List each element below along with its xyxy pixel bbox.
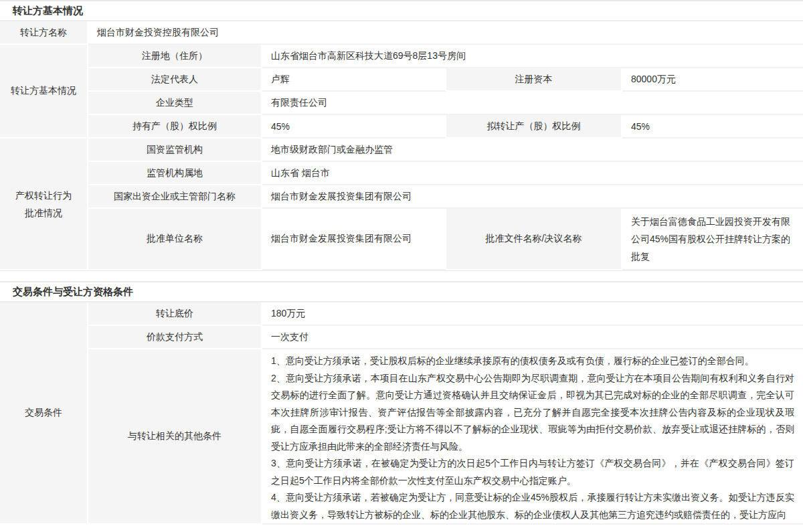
row-other-conditions: 与转让相关的其他条件 1、意向受让方须承诺，受让股权后标的企业继续承接原有的债权… <box>0 349 803 525</box>
regulator-location-value: 山东省 烟台市 <box>262 162 803 185</box>
row-equity-ratios: 持有产（股）权比例 45% 拟转让产（股）权比例 45% <box>0 115 803 139</box>
row-transferor-name: 转让方名称 烟台市财金投资控股有限公司 <box>0 21 803 45</box>
section1-header-row: 转让方基本情况 <box>0 1 803 21</box>
row-sasac-regulator: 产权转让行为 批准情况 国资监管机构 地市级财政部门或金融办监管 <box>0 139 803 162</box>
condition-item-3: 3、意向受让方须承诺，在被确定为受让方的次日起5个工作日内与转让方签订《产权交易… <box>271 455 794 489</box>
transferor-info-table: 转让方基本情况 转让方名称 烟台市财金投资控股有限公司 转让方基本情况 注册地（… <box>0 0 803 271</box>
registered-address-label: 注册地（住所） <box>88 45 262 68</box>
trade-group-label: 交易条件 <box>0 302 88 525</box>
trade-conditions-table: 交易条件与受让方资格条件 交易条件 转让底价 180万元 价款支付方式 一次支付… <box>0 281 803 525</box>
condition-item-1: 1、意向受让方须承诺，受让股权后标的企业继续承接原有的债权债务及或有负债，履行标… <box>271 353 794 370</box>
legal-representative-label: 法定代表人 <box>88 68 262 92</box>
sasac-regulator-label: 国资监管机构 <box>88 139 262 162</box>
floor-price-label: 转让底价 <box>88 302 262 326</box>
basic-group-label: 转让方基本情况 <box>0 45 88 139</box>
floor-price-value: 180万元 <box>262 302 803 326</box>
section1-title: 转让方基本情况 <box>0 1 803 21</box>
sasac-regulator-value: 地市级财政部门或金融办监管 <box>262 139 803 162</box>
proposed-transfer-ratio-label: 拟转让产（股）权比例 <box>446 115 622 139</box>
legal-representative-value: 卢辉 <box>262 68 446 92</box>
condition-item-2: 2、意向受让方须承诺，本项目在山东产权交易中心公告期即为尽职调查期，意向受让方在… <box>271 370 794 456</box>
registered-capital-label: 注册资本 <box>446 68 622 92</box>
row-registered-address: 转让方基本情况 注册地（住所） 山东省烟台市高新区科技大道69号8层13号房间 <box>0 45 803 68</box>
row-approval-unit: 批准单位名称 烟台市财金发展投资集团有限公司 批准文件名称/决议名称 关于烟台富… <box>0 209 803 270</box>
enterprise-type-value: 有限责任公司 <box>262 92 803 115</box>
row-state-funded-enterprise: 国家出资企业或主管部门名称 烟台市财金发展投资集团有限公司 <box>0 185 803 209</box>
held-equity-ratio-value: 45% <box>262 115 446 139</box>
held-equity-ratio-label: 持有产（股）权比例 <box>88 115 262 139</box>
row-regulator-location: 监管机构属地 山东省 烟台市 <box>0 162 803 185</box>
other-conditions-label: 与转让相关的其他条件 <box>88 349 262 525</box>
approval-document-label: 批准文件名称/决议名称 <box>446 209 622 270</box>
approval-unit-label: 批准单位名称 <box>88 209 262 270</box>
regulator-location-label: 监管机构属地 <box>88 162 262 185</box>
approval-group-label: 产权转让行为 批准情况 <box>0 139 88 270</box>
proposed-transfer-ratio-value: 45% <box>622 115 803 139</box>
registered-address-value: 山东省烟台市高新区科技大道69号8层13号房间 <box>262 45 803 68</box>
row-floor-price: 交易条件 转让底价 180万元 <box>0 302 803 326</box>
state-funded-enterprise-value: 烟台市财金发展投资集团有限公司 <box>262 185 803 209</box>
registered-capital-value: 80000万元 <box>622 68 803 92</box>
row-payment-method: 价款支付方式 一次支付 <box>0 326 803 349</box>
transferor-name-label: 转让方名称 <box>0 21 88 45</box>
other-conditions-value: 1、意向受让方须承诺，受让股权后标的企业继续承接原有的债权债务及或有负债，履行标… <box>262 349 803 525</box>
payment-method-value: 一次支付 <box>262 326 803 349</box>
row-legal-representative: 法定代表人 卢辉 注册资本 80000万元 <box>0 68 803 92</box>
section2-header-row: 交易条件与受让方资格条件 <box>0 282 803 302</box>
approval-unit-value: 烟台市财金发展投资集团有限公司 <box>262 209 446 270</box>
row-enterprise-type: 企业类型 有限责任公司 <box>0 92 803 115</box>
payment-method-label: 价款支付方式 <box>88 326 262 349</box>
condition-item-4: 4、意向受让方须承诺，若被确定为受让方，同意受让标的企业45%股权后，承接履行转… <box>271 489 794 523</box>
section2-title: 交易条件与受让方资格条件 <box>0 282 803 302</box>
state-funded-enterprise-label: 国家出资企业或主管部门名称 <box>88 185 262 209</box>
approval-document-value: 关于烟台富德食品工业园投资开发有限公司45%国有股权公开挂牌转让方案的批复 <box>622 209 803 270</box>
transferor-name-value: 烟台市财金投资控股有限公司 <box>88 21 803 45</box>
enterprise-type-label: 企业类型 <box>88 92 262 115</box>
